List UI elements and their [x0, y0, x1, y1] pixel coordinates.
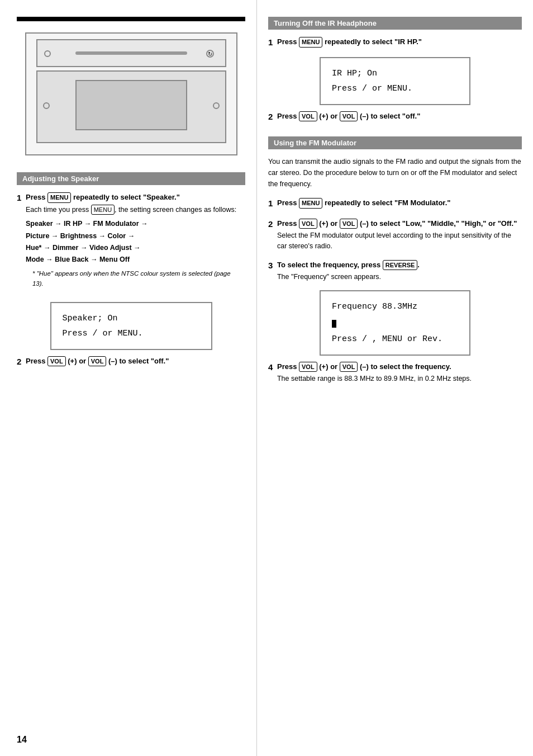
top-bar — [17, 17, 245, 21]
lcd-speaker-line1: Speaker; On — [63, 311, 200, 326]
ir-step-1-num: 1 — [268, 37, 273, 47]
ir-hp-section-header: Turning Off the IR Headphone — [268, 17, 522, 30]
lcd-ir-line2: Press / or MENU. — [332, 81, 458, 96]
lcd-speaker: Speaker; On Press / or MENU. — [50, 302, 212, 350]
ir-step-1-content: Press MENU repeatedly to select "IR HP." — [277, 36, 520, 48]
left-step-1-title: Press MENU repeatedly to select "Speaker… — [26, 193, 180, 201]
lcd-frequency: Frequency 88.3MHz Press / , MENU or Rev. — [320, 290, 470, 356]
left-step-2-content: Press VOL (+) or VOL (–) to select "off.… — [26, 356, 243, 367]
menu-kbd-left1b: MENU — [91, 205, 115, 215]
section-divider — [268, 131, 522, 136]
fm-step-4-title: Press VOL (+) or VOL (–) to select the f… — [277, 362, 451, 371]
fm-step-4: 4 Press VOL (+) or VOL (–) to select the… — [268, 361, 522, 384]
device-top: ↻ — [36, 39, 226, 67]
fm-step-3-desc: The "Frequency" screen appears. — [277, 272, 520, 282]
fm-step-2-title: Press VOL (+) or VOL (–) to select "Low,… — [277, 219, 517, 228]
menu-kbd-left1: MENU — [47, 192, 71, 203]
vol-kbd-fm4b: VOL — [340, 362, 358, 372]
left-step-2: 2 Press VOL (+) or VOL (–) to select "of… — [17, 356, 245, 368]
ir-step-2: 2 Press VOL (+) or VOL (–) to select "of… — [268, 111, 522, 124]
left-step-1-num: 1 — [17, 193, 21, 202]
lcd-freq-cursor-row — [332, 316, 458, 332]
reverse-kbd: REVERSE — [383, 260, 418, 271]
left-step-1-content: Press MENU repeatedly to select "Speaker… — [26, 192, 243, 294]
vol-kbd-fm2b: VOL — [340, 219, 358, 229]
fm-step-4-desc: The settable range is 88.3 MHz to 89.9 M… — [277, 374, 520, 384]
fm-step-1: 1 Press MENU repeatedly to select "FM Mo… — [268, 197, 522, 210]
fm-step-3-title: To select the frequency, press REVERSE. — [277, 261, 420, 269]
device-illustration: ↻ — [25, 32, 237, 155]
left-step-2-title: Press VOL (+) or VOL (–) to select "off.… — [26, 357, 169, 365]
fm-step-4-content: Press VOL (+) or VOL (–) to select the f… — [277, 361, 520, 384]
fm-step-1-num: 1 — [268, 199, 273, 208]
vol-kbd-ir2a: VOL — [299, 111, 317, 122]
fm-step-1-content: Press MENU repeatedly to select "FM Modu… — [277, 197, 520, 209]
lcd-freq-line2: Press / , MENU or Rev. — [332, 332, 458, 347]
ir-step-1-title: Press MENU repeatedly to select "IR HP." — [277, 37, 422, 46]
vol-kbd-fm2a: VOL — [299, 219, 317, 229]
left-section-header: Adjusting the Speaker — [17, 172, 245, 185]
lcd-ir-hp: IR HP; On Press / or MENU. — [320, 57, 470, 105]
lcd-speaker-line2: Press / or MENU. — [63, 326, 200, 341]
fm-step-3-content: To select the frequency, press REVERSE. … — [277, 259, 520, 282]
left-step-2-num: 2 — [17, 357, 21, 366]
ir-step-2-title: Press VOL (+) or VOL (–) to select "off.… — [277, 112, 420, 120]
arrow-sequence: Speaker → IR HP → FM Modulator → Picture… — [26, 218, 243, 266]
lcd-ir-line1: IR HP; On — [332, 66, 458, 81]
vol-kbd-fm4a: VOL — [299, 362, 317, 372]
fm-section-header: Using the FM Modulator — [268, 136, 522, 149]
vol-kbd-left2b: VOL — [88, 356, 107, 367]
right-column: Turning Off the IR Headphone 1 Press MEN… — [257, 0, 533, 756]
device-slot — [75, 51, 187, 55]
left-step-1-desc: Each time you press MENU, the setting sc… — [26, 205, 243, 215]
ir-step-2-content: Press VOL (+) or VOL (–) to select "off.… — [277, 111, 520, 122]
device-knob-right — [213, 102, 220, 109]
page-number: 14 — [17, 735, 27, 745]
fm-step-2-desc: Select the FM modulator output level acc… — [277, 230, 520, 252]
fm-step-2: 2 Press VOL (+) or VOL (–) to select "Lo… — [268, 218, 522, 252]
fm-step-3-num: 3 — [268, 261, 273, 270]
lcd-cursor — [332, 320, 336, 328]
device-screen — [75, 80, 187, 130]
vol-kbd-left2a: VOL — [47, 356, 66, 367]
device-dot-right: ↻ — [206, 50, 214, 58]
ir-step-2-num: 2 — [268, 112, 273, 121]
fm-step-3: 3 To select the frequency, press REVERSE… — [268, 259, 522, 282]
fm-step-4-num: 4 — [268, 362, 273, 372]
fm-step-1-title: Press MENU repeatedly to select "FM Modu… — [277, 199, 450, 207]
left-step-1: 1 Press MENU repeatedly to select "Speak… — [17, 192, 245, 294]
lcd-freq-line1: Frequency 88.3MHz — [332, 299, 458, 314]
menu-kbd-ir1: MENU — [299, 37, 322, 48]
device-main — [36, 70, 226, 143]
vol-kbd-ir2b: VOL — [340, 111, 358, 122]
fm-description: You can transmit the audio signals to th… — [268, 156, 522, 190]
footnote: * "Hue" appears only when the NTSC colou… — [32, 269, 243, 289]
left-column: ↻ Adjusting the Speaker 1 Press MENU rep… — [0, 0, 257, 756]
page-layout: ↻ Adjusting the Speaker 1 Press MENU rep… — [0, 0, 533, 756]
fm-step-2-num: 2 — [268, 219, 273, 229]
ir-step-1: 1 Press MENU repeatedly to select "IR HP… — [268, 36, 522, 49]
device-knob-left — [43, 102, 50, 109]
menu-kbd-fm1: MENU — [299, 198, 322, 209]
fm-step-2-content: Press VOL (+) or VOL (–) to select "Low,… — [277, 218, 520, 252]
device-dot-left — [44, 50, 51, 57]
